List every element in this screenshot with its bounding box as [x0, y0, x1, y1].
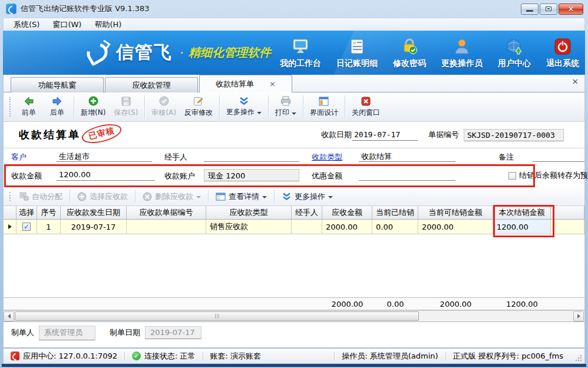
ledger-icon	[347, 37, 367, 56]
form-row-1: 客户 生活超市 经手人 收款类型 收款结算 备注	[4, 148, 584, 165]
unaudit-button[interactable]: 反审修改	[180, 94, 217, 120]
col-type[interactable]: 应收款类型	[206, 206, 292, 219]
brand-tagline: 精细化管理软件	[189, 45, 271, 61]
receipt-type-field[interactable]: 收款结算	[359, 150, 455, 162]
total-available: 2000.00	[418, 298, 493, 310]
grid-empty-area	[4, 234, 584, 297]
col-amount[interactable]: 应收金额	[322, 206, 372, 219]
row-select-cell[interactable]: ✓	[16, 220, 37, 234]
col-settled[interactable]: 当前已结销	[372, 206, 418, 219]
exit-system-button[interactable]: 退出系统	[546, 37, 579, 69]
discount-amount-field[interactable]	[359, 169, 455, 181]
x-circle-gray-icon	[143, 192, 152, 201]
scroll-right-button[interactable]	[573, 311, 584, 321]
col-handler[interactable]: 经手人	[292, 206, 322, 219]
form-header: 收款结算单 已审核 收款日期 2019-07-17 单据编号 SKJSD-201…	[4, 122, 584, 148]
double-chevron-down-icon	[282, 193, 292, 201]
col-current[interactable]: 本次结销金额	[493, 206, 551, 219]
transfer-balance-option[interactable]: 结销后余额转存为预	[508, 170, 588, 181]
receipt-date-field[interactable]: 2019-07-17	[352, 130, 418, 141]
select-receivable-button: 选择应收款	[72, 189, 133, 204]
menu-help[interactable]: 帮助(H)	[89, 18, 127, 31]
close-button[interactable]: ✕	[559, 4, 583, 15]
license-status: 正式版 授权序列号: pc006_fms	[446, 351, 570, 362]
minimize-button[interactable]	[521, 4, 539, 15]
handler-field[interactable]	[204, 150, 299, 162]
col-doc-no[interactable]: 应收款单据编号	[127, 206, 206, 219]
form-row-2: 收款金额 1200.00 收款账户 现金 1200 优惠金额 结销后余额转存为预	[4, 165, 584, 187]
receipt-amount-field[interactable]: 1200.00	[57, 169, 155, 181]
make-date-label: 制单日期	[110, 327, 140, 338]
dropdown-caret-icon	[292, 112, 296, 115]
receipt-date-label: 收款日期	[321, 130, 352, 140]
prev-doc-button[interactable]: 前单	[15, 94, 43, 120]
col-available[interactable]: 当前可结销金额	[418, 206, 493, 219]
brand-banner: 信管飞 · 精细化管理软件 我的工作台 日记账明细 修改密码	[3, 31, 585, 75]
row-available-cell: 2000.00	[418, 220, 493, 234]
receipt-type-label[interactable]: 收款类型	[312, 152, 342, 163]
connection-ok-icon: ✓	[132, 352, 141, 360]
scroll-left-button[interactable]	[4, 311, 14, 321]
user-center-button[interactable]: 用户中心	[498, 37, 531, 69]
receivables-grid: 选择 序号 应收款发生日期 应收款单据编号 应收款类型 经手人 应收金额 当前已…	[4, 206, 584, 322]
globe-icon	[504, 37, 524, 56]
footer-fields: 制单人 系统管理员 制单日期 2019-07-17	[4, 322, 584, 343]
tab-close-icon[interactable]: ×	[269, 80, 276, 88]
grid-data-row[interactable]: ✓ 1 2019-07-17 销售应收款 2000.00 0.00 2000.0…	[4, 220, 584, 234]
menu-system[interactable]: 系统(S)	[8, 18, 45, 31]
row-checkbox[interactable]: ✓	[22, 223, 31, 231]
more-actions-button[interactable]: 更多操作	[222, 94, 266, 120]
dropdown-caret-icon	[262, 196, 267, 198]
double-chevron-down-icon	[239, 97, 249, 105]
tab-receivable-mgmt[interactable]: 应收款管理	[105, 77, 198, 92]
resize-grip[interactable]	[575, 354, 582, 362]
plus-circle-icon	[88, 96, 98, 106]
next-doc-button[interactable]: 后单	[43, 94, 71, 120]
layout-icon	[319, 97, 329, 106]
grid-more-actions-button[interactable]: 更多操作	[277, 189, 338, 204]
col-date[interactable]: 应收款发生日期	[61, 206, 127, 219]
customer-label: 客户	[11, 152, 27, 163]
close-icon: ✕	[568, 5, 574, 13]
switch-operator-button[interactable]: 更换操作员	[441, 37, 483, 69]
grid-header-row: 选择 序号 应收款发生日期 应收款单据编号 应收款类型 经手人 应收金额 当前已…	[4, 206, 584, 220]
printer-icon	[280, 96, 291, 106]
app-window: 信管飞出纳记账软件专业版 V9.1.383 ✕ 系统(S) 窗口(W) 帮助(H…	[0, 0, 588, 368]
ui-design-button[interactable]: 界面设计	[306, 94, 342, 120]
add-button[interactable]: 新增(N)	[77, 94, 110, 120]
window-title: 信管飞出纳记账软件专业版 V9.1.383	[21, 4, 150, 14]
connection-status: ✓ 连接状态: 正常	[125, 351, 203, 362]
col-seq[interactable]: 序号	[37, 206, 61, 219]
transfer-balance-checkbox[interactable]	[508, 172, 516, 180]
col-select[interactable]: 选择	[16, 206, 37, 219]
row-current-cell[interactable]: 1200.00	[493, 220, 551, 234]
receipt-account-label: 收款账户	[164, 171, 195, 181]
customer-field[interactable]: 生活超市	[57, 150, 152, 162]
view-detail-button[interactable]: 查看详情	[211, 189, 272, 204]
menu-window[interactable]: 窗口(W)	[47, 18, 87, 31]
toolbar-grip	[9, 192, 12, 201]
remark-label: 备注	[498, 152, 514, 163]
receipt-account-field[interactable]: 现金 1200	[204, 169, 299, 181]
grid-horizontal-scrollbar[interactable]	[4, 310, 584, 321]
total-amount: 2000.00	[322, 298, 372, 310]
edit-icon	[193, 96, 203, 106]
remark-field[interactable]	[533, 150, 584, 162]
transfer-balance-label: 结销后余额转存为预	[519, 170, 588, 181]
tabstrip-close-icon[interactable]: ×	[572, 77, 579, 85]
row-pointer-icon	[8, 224, 12, 229]
workbench-button[interactable]: 我的工作台	[280, 37, 321, 69]
restore-button[interactable]	[540, 4, 557, 15]
scroll-left-icon	[8, 314, 11, 319]
tab-function-nav[interactable]: 功能导航窗	[11, 77, 104, 92]
tab-receipt-settlement[interactable]: 收款结算单 ×	[199, 75, 292, 92]
print-button[interactable]: 打印	[271, 94, 300, 120]
close-window-button[interactable]: 关闭窗口	[348, 94, 384, 120]
journal-detail-button[interactable]: 日记账明细	[336, 37, 378, 69]
scroll-right-icon	[577, 314, 580, 319]
scrollbar-thumb[interactable]	[15, 311, 419, 321]
close-window-icon	[361, 97, 371, 106]
save-button: 保存(S)	[110, 94, 142, 120]
lock-icon	[399, 37, 419, 56]
change-password-button[interactable]: 修改密码	[393, 37, 426, 69]
